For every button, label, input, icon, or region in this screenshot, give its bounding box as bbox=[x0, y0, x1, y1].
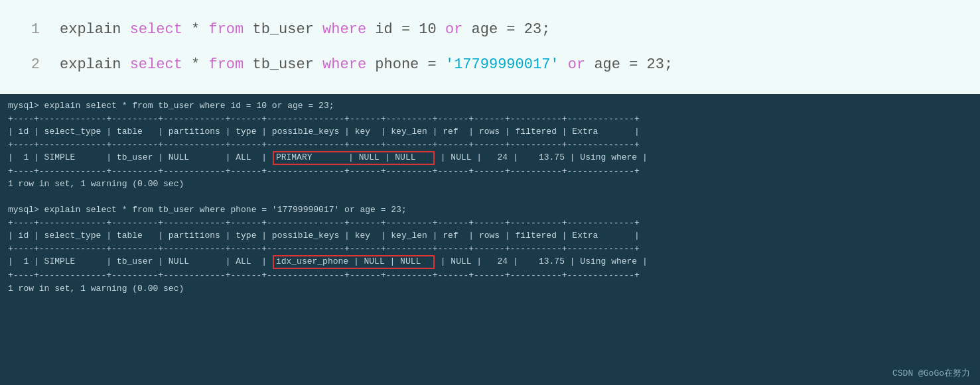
star-1: * bbox=[182, 21, 209, 38]
terminal-query-2: mysql> explain select * from tb_user whe… bbox=[8, 203, 972, 217]
keyword-or-2: or bbox=[568, 56, 585, 73]
code-content-1: explain select * from tb_user where id =… bbox=[60, 19, 550, 40]
terminal-sep-2a: +----+-------------+---------+----------… bbox=[8, 217, 972, 230]
terminal-sep-1c: +----+-------------+---------+----------… bbox=[8, 165, 972, 178]
terminal: mysql> explain select * from tb_user whe… bbox=[0, 94, 980, 385]
terminal-row-2: | 1 | SIMPLE | tb_user | NULL | ALL | id… bbox=[8, 255, 972, 269]
terminal-blank-1 bbox=[8, 191, 972, 204]
terminal-header-2: | id | select_type | table | partitions … bbox=[8, 229, 972, 243]
table-2: tb_user bbox=[244, 56, 322, 73]
terminal-sep-1b: +----+-------------+---------+----------… bbox=[8, 138, 972, 152]
terminal-row-1: | 1 | SIMPLE | tb_user | NULL | ALL | PR… bbox=[8, 151, 972, 165]
condition-2c: age = 23; bbox=[585, 56, 673, 73]
condition-2a: phone = bbox=[366, 56, 445, 73]
highlight-primary: PRIMARY | NULL | NULL bbox=[273, 151, 435, 165]
condition-1a: id = 10 bbox=[366, 21, 445, 38]
code-line-1: 1 explain select * from tb_user where id… bbox=[0, 12, 980, 47]
code-content-2: explain select * from tb_user where phon… bbox=[60, 54, 673, 76]
star-2: * bbox=[182, 56, 209, 73]
line-number-1: 1 bbox=[13, 19, 40, 40]
keyword-or-1: or bbox=[445, 21, 462, 38]
line-number-2: 2 bbox=[13, 54, 40, 76]
condition-1b: age = 23; bbox=[462, 21, 550, 38]
keyword-explain-2: explain bbox=[60, 56, 130, 73]
keyword-where-2: where bbox=[322, 56, 366, 73]
code-editor: 1 explain select * from tb_user where id… bbox=[0, 0, 980, 94]
csdn-watermark: CSDN @GoGo在努力 bbox=[892, 367, 970, 380]
terminal-rowcount-1: 1 row in set, 1 warning (0.00 sec) bbox=[8, 178, 972, 191]
keyword-select-2: select bbox=[130, 56, 182, 73]
keyword-from-1: from bbox=[208, 21, 244, 38]
highlight-idx-user-phone: idx_user_phone | NULL | NULL bbox=[273, 255, 435, 269]
terminal-sep-1a: +----+-------------+---------+----------… bbox=[8, 113, 972, 126]
terminal-rowcount-2: 1 row in set, 1 warning (0.00 sec) bbox=[8, 282, 972, 296]
code-line-2: 2 explain select * from tb_user where ph… bbox=[0, 47, 980, 82]
keyword-explain-1: explain bbox=[60, 21, 130, 38]
terminal-sep-2b: +----+-------------+---------+----------… bbox=[8, 243, 972, 256]
table-1: tb_user bbox=[244, 21, 322, 38]
condition-2b bbox=[559, 56, 568, 73]
keyword-select-1: select bbox=[130, 21, 182, 38]
string-value-2: '17799990017' bbox=[445, 56, 559, 73]
keyword-from-2: from bbox=[208, 56, 244, 73]
terminal-sep-2c: +----+-------------+---------+----------… bbox=[8, 269, 972, 282]
terminal-query-1: mysql> explain select * from tb_user whe… bbox=[8, 99, 972, 113]
terminal-header-1: | id | select_type | table | partitions … bbox=[8, 125, 972, 138]
keyword-where-1: where bbox=[322, 21, 366, 38]
